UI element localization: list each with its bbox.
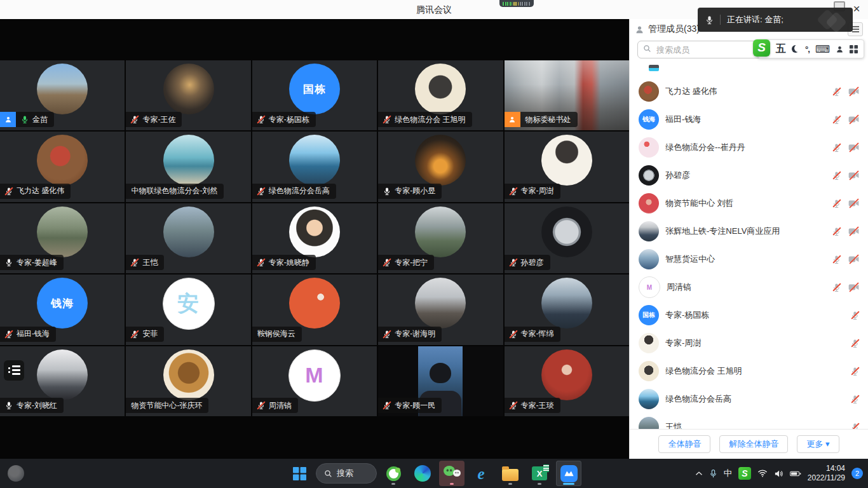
sogou-logo-icon[interactable]: S — [753, 39, 770, 57]
taskbar-search[interactable]: 搜索 — [316, 463, 377, 484]
file-explorer-icon[interactable] — [498, 461, 523, 486]
video-tile[interactable]: 孙碧彦 — [505, 203, 629, 273]
taskbar-clock[interactable]: 14:04 2022/11/29 — [808, 464, 845, 483]
member-row[interactable]: 绿色物流分会 王旭明 — [630, 357, 868, 385]
member-row[interactable]: 张辉地上铁-专注NELV商业应用 — [630, 217, 868, 245]
member-row[interactable]: 绿色物流分会岳高 — [630, 385, 868, 413]
member-row[interactable]: M 周清镐 — [630, 273, 868, 301]
member-camera-muted-icon[interactable] — [848, 116, 859, 123]
mute-all-button[interactable]: 全体静音 — [658, 435, 710, 453]
video-tile[interactable]: 专家-王琰 — [505, 346, 629, 416]
video-tile[interactable]: 专家-恽绵 — [505, 274, 629, 344]
punctuation-toggle[interactable]: °, — [805, 44, 810, 54]
video-tile[interactable]: 专家-顾小昱 — [378, 132, 503, 201]
member-camera-muted-icon[interactable] — [848, 227, 859, 235]
member-mic-muted-icon[interactable] — [832, 199, 841, 208]
volume-icon[interactable] — [774, 470, 783, 478]
member-mic-muted-icon[interactable] — [851, 367, 859, 376]
member-row[interactable]: 智慧货运中心 — [630, 245, 868, 273]
video-tile[interactable]: 国栋 专家-杨国栋 — [252, 60, 377, 130]
member-mic-muted-icon[interactable] — [832, 255, 841, 264]
sogou-tray-icon[interactable]: S — [738, 467, 751, 480]
member-avatar: M — [639, 276, 660, 298]
member-row[interactable]: 飞力达 盛化伟 — [630, 78, 868, 105]
member-row[interactable]: 钱海 福田-钱海 — [630, 105, 868, 133]
wifi-icon[interactable] — [757, 470, 768, 477]
member-mic-muted-icon[interactable] — [832, 227, 841, 236]
tray-mic-icon[interactable] — [709, 469, 717, 478]
taskbar-weather-icon[interactable] — [8, 465, 24, 482]
edge-icon[interactable] — [410, 461, 435, 486]
member-avatar: 国栋 — [639, 305, 659, 325]
video-tile[interactable]: 专家-谢海明 — [378, 274, 503, 344]
unmute-all-button[interactable]: 解除全体静音 — [719, 435, 788, 453]
internet-explorer-icon[interactable]: e — [468, 461, 494, 486]
mic-status-icon — [131, 330, 139, 339]
video-tile[interactable]: 专家-姚晓静 — [252, 203, 377, 273]
member-camera-muted-icon[interactable] — [848, 144, 859, 151]
video-tile[interactable]: 专家-顾一民 — [378, 346, 503, 416]
member-row[interactable]: 专家-周澍 — [630, 329, 868, 357]
video-tile[interactable]: 鞍钢侯海云 — [252, 274, 377, 344]
ime-toolbox-icon[interactable] — [850, 45, 858, 53]
excel-icon[interactable]: X — [527, 461, 552, 486]
video-tile[interactable]: 王恺 — [126, 203, 250, 273]
battery-icon[interactable] — [790, 470, 801, 477]
video-tile[interactable]: 专家-刘晓红 — [0, 346, 125, 416]
ime-profile-icon[interactable] — [836, 45, 844, 53]
ime-mode-toggle[interactable]: 五 — [776, 43, 786, 56]
member-mic-muted-icon[interactable] — [851, 339, 859, 348]
member-row[interactable]: 物资节能中心 刘哲 — [630, 189, 868, 217]
participant-name: 专家-刘晓红 — [17, 400, 57, 411]
start-button[interactable] — [287, 461, 312, 486]
member-row[interactable]: 孙碧彦 — [630, 161, 868, 189]
video-tile[interactable]: 物标委秘书处 — [505, 60, 629, 130]
notification-count-badge[interactable]: 2 — [851, 468, 863, 479]
audio-level-meter — [499, 0, 534, 7]
member-row[interactable]: 王恺 — [630, 413, 868, 430]
member-camera-muted-icon[interactable] — [848, 172, 859, 179]
member-mic-muted-icon[interactable] — [851, 311, 859, 320]
video-tile[interactable]: 安 安菲 — [126, 274, 250, 344]
name-tag: 金苗 — [0, 112, 54, 127]
soft-keyboard-icon[interactable]: ⌨ — [815, 43, 830, 55]
video-tile[interactable]: 飞力达 盛化伟 — [0, 132, 125, 201]
member-camera-muted-icon[interactable] — [848, 255, 859, 263]
member-mic-muted-icon[interactable] — [832, 87, 841, 97]
member-camera-muted-icon[interactable] — [848, 283, 859, 291]
video-tile[interactable]: 专家-姜超峰 — [0, 203, 125, 273]
video-tile[interactable]: 金苗 — [0, 60, 125, 130]
member-mic-muted-icon[interactable] — [832, 171, 841, 180]
browser-360-icon[interactable] — [381, 461, 406, 486]
member-camera-muted-icon[interactable] — [848, 200, 859, 207]
video-tile[interactable]: 专家-王佐 — [126, 60, 250, 130]
video-tile[interactable]: 专家-周澍 — [505, 132, 629, 201]
tray-chevron-up-icon[interactable] — [695, 471, 703, 476]
video-tile[interactable]: 物资节能中心-张庆环 — [126, 346, 250, 416]
name-tag: 专家-姜超峰 — [0, 255, 64, 270]
members-panel-footer: 全体静音 解除全体静音 更多 ▾ — [630, 429, 868, 459]
member-mic-muted-icon[interactable] — [832, 115, 841, 125]
night-mode-icon[interactable] — [792, 45, 799, 53]
participant-name: 专家-周澍 — [521, 186, 554, 196]
tencent-meeting-icon[interactable] — [556, 461, 581, 486]
member-mic-muted-icon[interactable] — [851, 395, 859, 404]
member-camera-muted-icon[interactable] — [848, 88, 859, 95]
layout-list-toggle-button[interactable] — [4, 360, 24, 381]
video-tile[interactable]: 中物联绿色物流分会-刘然 — [126, 132, 250, 201]
ime-language-indicator[interactable]: 中 — [724, 468, 732, 479]
participant-avatar — [415, 135, 466, 186]
member-mic-muted-icon[interactable] — [832, 143, 841, 152]
member-row[interactable]: 绿色物流分会--崔丹丹 — [630, 133, 868, 161]
member-mic-muted-icon[interactable] — [832, 283, 841, 292]
member-row[interactable]: 国栋 专家-杨国栋 — [630, 301, 868, 329]
wechat-icon[interactable] — [439, 461, 465, 486]
video-tile[interactable]: 绿色物流分会 王旭明 — [378, 60, 503, 130]
video-tile[interactable]: 钱海 福田-钱海 — [0, 274, 125, 344]
mic-status-icon — [510, 330, 517, 339]
video-tile[interactable]: 绿色物流分会岳高 — [252, 132, 377, 201]
more-button[interactable]: 更多 ▾ — [797, 435, 839, 453]
video-tile[interactable]: M 周清镐 — [252, 346, 377, 416]
video-tile[interactable]: 专家-把宁 — [378, 203, 503, 273]
mic-status-icon — [383, 401, 391, 410]
